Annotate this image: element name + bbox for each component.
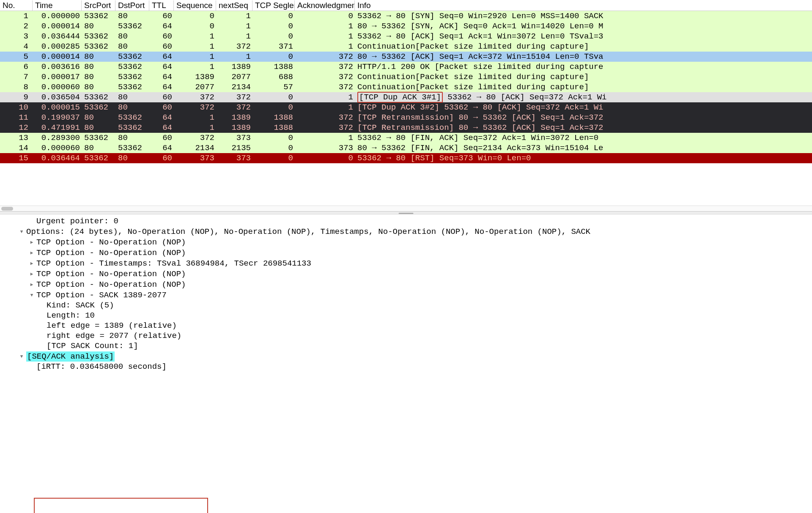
cell-info: [TCP Retransmission] 80 → 53362 [ACK] Se…: [355, 113, 812, 122]
cell-info: Continuation[Packet size limited during …: [355, 82, 812, 92]
cell-ack: 372: [295, 72, 355, 82]
cell-time: 0.289300: [33, 133, 82, 143]
cell-sequence: 1389: [174, 72, 216, 82]
detail-urgent-pointer[interactable]: Urgent pointer: 0: [19, 216, 812, 226]
cell-dstport: 53362: [115, 123, 149, 132]
cell-srcport: 53362: [82, 42, 115, 51]
cell-seglen: 0: [252, 154, 295, 163]
cell-time: 0.036504: [33, 93, 82, 102]
detail-sack-length[interactable]: Length: 10: [19, 310, 812, 321]
cell-dstport: 53362: [115, 22, 149, 31]
cell-dstport: 53362: [115, 72, 149, 82]
table-row[interactable]: 80.0000608053362642077213457372Continuat…: [0, 82, 812, 92]
detail-seq-ack-analysis[interactable]: [SEQ/ACK analysis]: [19, 351, 812, 362]
table-row[interactable]: 40.00028553362806013723711Continuation[P…: [0, 41, 812, 52]
detail-irtt[interactable]: [iRTT: 0.036458000 seconds]: [19, 362, 812, 372]
cell-ttl: 64: [149, 62, 174, 71]
cell-seglen: 1388: [252, 113, 295, 122]
col-header-info[interactable]: Info: [355, 0, 812, 11]
cell-info: 80 → 53362 [ACK] Seq=1 Ack=372 Win=15104…: [355, 52, 812, 61]
detail-options-summary[interactable]: Options: (24 bytes), No-Operation (NOP),…: [19, 226, 812, 237]
table-row[interactable]: 60.003616805336264113891388372HTTP/1.1 2…: [0, 62, 812, 72]
cell-seglen: 0: [252, 11, 295, 21]
packet-rows[interactable]: 10.000000533628060010053362 → 80 [SYN] S…: [0, 11, 812, 163]
detail-timestamps[interactable]: TCP Option - Timestamps: TSval 36894984,…: [19, 258, 812, 269]
cell-nextseq: 372: [216, 42, 252, 51]
cell-ttl: 64: [149, 143, 174, 153]
detail-sack-count[interactable]: [TCP SACK Count: 1]: [19, 341, 812, 351]
table-row[interactable]: 130.2893005336280603723730153362 → 80 [F…: [0, 133, 812, 143]
cell-sequence: 372: [174, 93, 216, 102]
cell-sequence: 373: [174, 154, 216, 163]
cell-no: 4: [0, 42, 33, 51]
table-row[interactable]: 70.00001780533626413892077688372Continua…: [0, 72, 812, 82]
table-row[interactable]: 150.0364645336280603733730053362 → 80 [R…: [0, 153, 812, 163]
col-header-seglen[interactable]: TCP Seglen: [252, 0, 295, 11]
cell-ttl: 64: [149, 52, 174, 61]
table-row[interactable]: 30.036444533628060110153362 → 80 [ACK] S…: [0, 31, 812, 41]
cell-sequence: 0: [174, 22, 216, 31]
packet-list-empty: [0, 163, 812, 206]
cell-nextseq: 1389: [216, 113, 252, 122]
cell-nextseq: 372: [216, 103, 252, 112]
col-header-nextseq[interactable]: nextSeq: [216, 0, 252, 11]
col-header-ttl[interactable]: TTL: [149, 0, 174, 11]
col-header-ack[interactable]: Acknowledgment: [295, 0, 355, 11]
cell-dstport: 53362: [115, 52, 149, 61]
packet-list-pane[interactable]: No. Time SrcPort DstPort TTL Sequence ne…: [0, 0, 812, 211]
col-header-dstport[interactable]: DstPort: [115, 0, 149, 11]
detail-sack-kind[interactable]: Kind: SACK (5): [19, 300, 812, 310]
col-header-sequence[interactable]: Sequence: [174, 0, 216, 11]
detail-sack-option[interactable]: TCP Option - SACK 1389-2077: [19, 290, 812, 300]
cell-time: 0.000017: [33, 72, 82, 82]
cell-seglen: 0: [252, 93, 295, 102]
cell-time: 0.000000: [33, 11, 82, 21]
cell-time: 0.003616: [33, 62, 82, 71]
cell-no: 10: [0, 103, 33, 112]
table-row[interactable]: 100.00001553362806037237201[TCP Dup ACK …: [0, 102, 812, 112]
cell-time: 0.471991: [33, 123, 82, 132]
table-row[interactable]: 140.00006080533626421342135037380 → 5336…: [0, 143, 812, 153]
scrollbar-thumb[interactable]: [1, 207, 13, 211]
table-row[interactable]: 90.03650453362806037237201[TCP Dup ACK 3…: [0, 92, 812, 102]
cell-seglen: 1388: [252, 123, 295, 132]
col-header-no[interactable]: No.: [0, 0, 33, 11]
cell-srcport: 53362: [82, 32, 115, 41]
cell-srcport: 80: [82, 72, 115, 82]
cell-ack: 1: [295, 32, 355, 41]
table-row[interactable]: 110.199037805336264113891388372[TCP Retr…: [0, 112, 812, 123]
table-row[interactable]: 50.00001480533626411037280 → 53362 [ACK]…: [0, 52, 812, 62]
table-row[interactable]: 120.471991805336264113891388372[TCP Retr…: [0, 123, 812, 133]
cell-srcport: 80: [82, 22, 115, 31]
cell-info: 53362 → 80 [FIN, ACK] Seq=372 Ack=1 Win=…: [355, 133, 812, 143]
cell-sequence: 1: [174, 62, 216, 71]
cell-seglen: 0: [252, 143, 295, 153]
cell-srcport: 53362: [82, 133, 115, 143]
detail-nop-1[interactable]: TCP Option - No-Operation (NOP): [19, 237, 812, 247]
cell-ack: 1: [295, 22, 355, 31]
table-row[interactable]: 10.000000533628060010053362 → 80 [SYN] S…: [0, 11, 812, 21]
cell-srcport: 80: [82, 143, 115, 153]
cell-sequence: 372: [174, 103, 216, 112]
detail-sack-left-edge[interactable]: left edge = 1389 (relative): [19, 321, 812, 331]
cell-nextseq: 1: [216, 32, 252, 41]
cell-ttl: 60: [149, 103, 174, 112]
packet-details-pane[interactable]: Urgent pointer: 0 Options: (24 bytes), N…: [0, 214, 812, 372]
detail-nop-2[interactable]: TCP Option - No-Operation (NOP): [19, 247, 812, 258]
horizontal-scrollbar[interactable]: [0, 206, 812, 211]
cell-ttl: 64: [149, 113, 174, 122]
cell-dstport: 80: [115, 133, 149, 143]
col-header-srcport[interactable]: SrcPort: [82, 0, 115, 11]
pane-splitter[interactable]: [0, 211, 812, 214]
detail-nop-4[interactable]: TCP Option - No-Operation (NOP): [19, 279, 812, 290]
detail-nop-3[interactable]: TCP Option - No-Operation (NOP): [19, 269, 812, 279]
table-row[interactable]: 20.000014805336264010180 → 53362 [SYN, A…: [0, 21, 812, 31]
cell-seglen: 1388: [252, 62, 295, 71]
cell-nextseq: 373: [216, 133, 252, 143]
detail-sack-right-edge[interactable]: right edge = 2077 (relative): [19, 331, 812, 341]
col-header-time[interactable]: Time: [33, 0, 82, 11]
cell-srcport: 80: [82, 113, 115, 122]
cell-dstport: 80: [115, 154, 149, 163]
cell-info: [TCP Dup ACK 3#2] 53362 → 80 [ACK] Seq=3…: [355, 103, 812, 112]
cell-dstport: 53362: [115, 143, 149, 153]
